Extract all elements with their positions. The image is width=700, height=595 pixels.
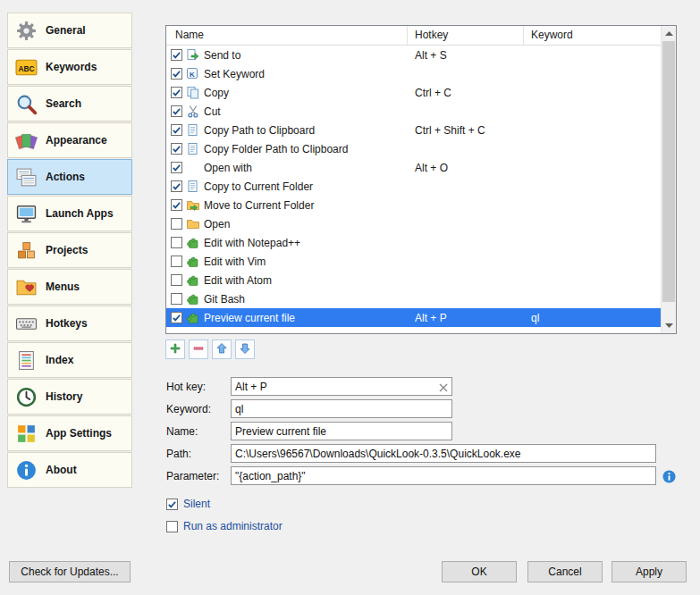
- path-label: Path:: [166, 448, 191, 460]
- table-row[interactable]: Edit with Notepad++: [166, 233, 661, 252]
- row-checkbox[interactable]: [171, 162, 182, 173]
- sidebar-item-hotkeys[interactable]: Hotkeys: [7, 306, 132, 341]
- row-checkbox[interactable]: [171, 312, 182, 323]
- sidebar: General ABC Keywords Search Appearance A…: [7, 13, 132, 488]
- table-row[interactable]: Open with Alt + O: [166, 158, 661, 177]
- page-icon: [187, 143, 199, 155]
- table-row[interactable]: Move to Current Folder: [166, 196, 661, 214]
- run-as-admin-checkbox-row[interactable]: Run as administrator: [166, 520, 283, 532]
- apply-button[interactable]: Apply: [611, 561, 687, 582]
- page-icon: [187, 124, 199, 137]
- row-checkbox[interactable]: [171, 105, 182, 117]
- row-checkbox[interactable]: [171, 68, 182, 80]
- run-as-admin-label: Run as administrator: [183, 520, 283, 532]
- action-name: Open: [204, 218, 230, 230]
- sidebar-item-appearance[interactable]: Appearance: [7, 122, 132, 158]
- sidebar-item-label: Menus: [46, 281, 80, 293]
- list-toolbar: [165, 339, 255, 359]
- scroll-down-icon[interactable]: [662, 318, 676, 333]
- parameter-input[interactable]: [231, 466, 656, 485]
- row-checkbox[interactable]: [171, 293, 182, 305]
- sidebar-item-search[interactable]: Search: [7, 86, 132, 122]
- sidebar-item-label: App Settings: [46, 427, 112, 440]
- scrollbar[interactable]: [661, 26, 676, 333]
- path-input[interactable]: [231, 444, 656, 463]
- table-row[interactable]: Copy Ctrl + C: [166, 83, 661, 102]
- table-row[interactable]: Open: [166, 214, 661, 233]
- options-dialog: General ABC Keywords Search Appearance A…: [0, 0, 700, 595]
- abc-icon: ABC: [14, 55, 38, 79]
- table-row[interactable]: Copy Path to Clipboard Ctrl + Shift + C: [166, 121, 661, 139]
- parameter-info-icon[interactable]: [662, 469, 676, 483]
- row-checkbox[interactable]: [171, 124, 182, 136]
- table-row[interactable]: Edit with Vim: [166, 252, 661, 271]
- sidebar-item-actions[interactable]: Actions: [7, 159, 132, 195]
- row-checkbox[interactable]: [171, 49, 182, 61]
- scroll-thumb[interactable]: [662, 41, 675, 302]
- sidebar-item-index[interactable]: Index: [7, 342, 132, 378]
- sidebar-item-keywords[interactable]: ABC Keywords: [7, 49, 132, 85]
- projects-icon: [14, 239, 38, 262]
- sidebar-item-label: General: [46, 24, 86, 37]
- remove-button[interactable]: [189, 339, 208, 359]
- cancel-button[interactable]: Cancel: [527, 561, 603, 582]
- send-to-icon: [187, 49, 199, 62]
- add-button[interactable]: [165, 339, 185, 359]
- row-checkbox[interactable]: [171, 180, 182, 192]
- table-row[interactable]: Cut: [166, 102, 661, 121]
- table-row[interactable]: Copy Folder Path to Clipboard: [166, 139, 661, 158]
- table-row[interactable]: Git Bash: [166, 289, 661, 308]
- sidebar-item-about[interactable]: About: [7, 452, 132, 488]
- about-icon: [14, 458, 38, 482]
- sidebar-item-label: Hotkeys: [46, 317, 88, 330]
- row-checkbox[interactable]: [171, 143, 182, 155]
- silent-checkbox-row[interactable]: Silent: [166, 498, 210, 510]
- row-checkbox[interactable]: [171, 274, 182, 286]
- action-name: Edit with Atom: [204, 274, 272, 287]
- action-name: Copy to Current Folder: [204, 180, 313, 193]
- hotkey-input[interactable]: [231, 377, 452, 396]
- sidebar-item-projects[interactable]: Projects: [7, 232, 132, 268]
- sidebar-item-label: History: [46, 390, 82, 403]
- scroll-up-icon[interactable]: [662, 26, 676, 41]
- sidebar-item-general[interactable]: General: [7, 13, 132, 48]
- row-checkbox[interactable]: [171, 218, 182, 230]
- table-row[interactable]: Edit with Atom: [166, 271, 661, 289]
- row-checkbox[interactable]: [171, 87, 182, 98]
- sidebar-item-app-settings[interactable]: App Settings: [7, 415, 132, 451]
- row-checkbox[interactable]: [171, 199, 182, 211]
- table-row[interactable]: K Set Keyword: [166, 64, 661, 83]
- column-header-hotkey[interactable]: Hotkey: [408, 26, 524, 45]
- row-checkbox[interactable]: [171, 256, 182, 267]
- table-row[interactable]: Copy to Current Folder: [166, 177, 661, 196]
- check-updates-button[interactable]: Check for Updates...: [9, 561, 131, 582]
- row-checkbox[interactable]: [171, 237, 182, 248]
- run-as-admin-checkbox[interactable]: [166, 521, 178, 532]
- action-hotkey: Alt + O: [408, 162, 524, 174]
- name-input[interactable]: [231, 422, 452, 440]
- column-header-name[interactable]: Name: [166, 26, 408, 45]
- puzzle-icon: [187, 237, 199, 249]
- sidebar-item-menus[interactable]: Menus: [7, 269, 132, 305]
- plus-icon: [169, 342, 181, 357]
- move-down-button[interactable]: [235, 339, 255, 359]
- hotkey-label: Hot key:: [166, 381, 206, 393]
- actions-icon: [14, 165, 38, 189]
- column-header-keyword[interactable]: Keyword: [524, 26, 676, 45]
- sidebar-item-label: About: [46, 464, 77, 476]
- sidebar-item-label: Keywords: [46, 61, 97, 73]
- puzzle-icon: [187, 274, 199, 287]
- table-row[interactable]: Send to Alt + S: [166, 46, 661, 64]
- action-name: Open with: [204, 162, 252, 174]
- move-up-button[interactable]: [212, 339, 232, 359]
- silent-checkbox[interactable]: [166, 499, 178, 510]
- sidebar-item-history[interactable]: History: [7, 379, 132, 415]
- keyword-input[interactable]: [231, 399, 452, 418]
- sidebar-item-launch-apps[interactable]: Launch Apps: [7, 196, 132, 231]
- action-hotkey: Alt + S: [408, 49, 524, 62]
- ok-button[interactable]: OK: [442, 561, 517, 582]
- table-header: Name Hotkey Keyword: [166, 26, 676, 46]
- table-row[interactable]: Preview current file Alt + P ql: [166, 308, 661, 327]
- puzzle-icon: [187, 312, 199, 324]
- clear-hotkey-icon[interactable]: [436, 381, 450, 394]
